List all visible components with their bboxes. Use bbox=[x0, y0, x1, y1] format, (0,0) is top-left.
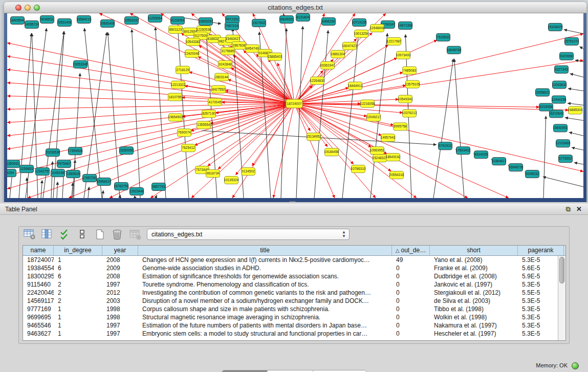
graph-node-teal[interactable]: 17893402 bbox=[456, 147, 471, 155]
graph-node-yellow[interactable]: 19013254 bbox=[354, 30, 369, 37]
graph-node-yellow[interactable]: 12264830 bbox=[310, 77, 325, 84]
graph-node-yellow[interactable]: 1810755 bbox=[168, 93, 182, 101]
graph-node-teal[interactable]: 16782759 bbox=[114, 183, 129, 190]
graph-node-yellow[interactable]: 10969951 bbox=[370, 147, 385, 155]
graph-node-teal[interactable]: 10364817 bbox=[492, 158, 507, 165]
graph-node-teal[interactable]: 10653287 bbox=[199, 17, 213, 25]
graph-node-teal[interactable]: 7515532 bbox=[437, 33, 450, 41]
graph-node-teal[interactable]: 8131804 bbox=[296, 13, 310, 21]
column-header-pagerank[interactable]: pagerank bbox=[518, 246, 564, 255]
show-columns-icon[interactable] bbox=[40, 229, 54, 241]
graph-node-yellow[interactable]: 11548408 bbox=[370, 24, 385, 32]
graph-node-teal[interactable]: 1350061 bbox=[7, 160, 20, 168]
graph-node-teal[interactable]: 11253064 bbox=[148, 14, 163, 22]
graph-node-yellow[interactable]: 4170045 bbox=[208, 98, 222, 106]
graph-node-teal[interactable]: 15751074 bbox=[564, 37, 579, 45]
graph-node-teal[interactable]: 20206536 bbox=[46, 149, 60, 157]
row-height-icon[interactable] bbox=[76, 229, 89, 241]
graph-node-teal[interactable]: 12342757 bbox=[35, 168, 50, 176]
graph-node-teal[interactable]: 12444158 bbox=[552, 96, 567, 103]
graph-node-teal[interactable]: 20531406 bbox=[57, 18, 72, 26]
graph-node-yellow[interactable]: 3175685 bbox=[221, 47, 235, 55]
column-header-short[interactable]: short bbox=[430, 246, 518, 255]
graph-node-yellow[interactable]: 18724007 bbox=[286, 99, 302, 108]
memory-status-indicator[interactable] bbox=[572, 362, 579, 369]
graph-node-teal[interactable]: 6791912 bbox=[439, 142, 452, 150]
graph-node-yellow[interactable]: 10973493 bbox=[396, 51, 411, 59]
graph-node-yellow[interactable]: 10543382 bbox=[186, 38, 201, 46]
create-table-icon[interactable] bbox=[94, 229, 107, 241]
graph-node-teal[interactable]: 20053346 bbox=[73, 60, 88, 68]
graph-node-teal[interactable]: 16648784 bbox=[447, 46, 462, 54]
graph-node-teal[interactable]: 12093832 bbox=[552, 81, 567, 89]
graph-node-teal[interactable]: 9245032 bbox=[526, 170, 539, 178]
graph-node-teal[interactable]: 1350515 bbox=[67, 170, 80, 178]
graph-node-yellow[interactable]: 20554316 bbox=[389, 171, 404, 179]
graph-node-yellow[interactable]: 9134502 bbox=[242, 168, 255, 176]
table-row[interactable]: 911546021997Tourette syndrome. Phenomeno… bbox=[23, 280, 558, 289]
table-row[interactable]: 946554611997Estimation of the future num… bbox=[23, 321, 558, 330]
graph-node-yellow[interactable]: 22420046 bbox=[185, 50, 200, 57]
graph-node-teal[interactable]: 14055724 bbox=[25, 20, 39, 28]
network-canvas[interactable]: 1840554414055724904653120531406165842102… bbox=[7, 13, 583, 198]
graph-node-yellow[interactable]: 10376213 bbox=[402, 110, 417, 117]
graph-node-yellow[interactable]: 19184456 bbox=[324, 148, 339, 156]
column-header-out_de[interactable]: △out_de… bbox=[392, 246, 430, 255]
close-panel-icon[interactable]: ✕ bbox=[576, 205, 582, 213]
graph-node-yellow[interactable]: 2803144 bbox=[215, 73, 229, 81]
graph-node-teal[interactable]: 17359928 bbox=[68, 147, 83, 155]
table-row[interactable]: 2242004622012Investigating the contribut… bbox=[23, 289, 558, 297]
table-selector-dropdown[interactable]: citations_edges.txt ▲▼ bbox=[147, 229, 350, 240]
graph-node-teal[interactable]: 8914205 bbox=[474, 151, 488, 159]
graph-node-yellow[interactable]: 7485083 bbox=[403, 67, 417, 74]
window-titlebar[interactable]: citations_edges.txt bbox=[4, 2, 586, 13]
graph-node-teal[interactable]: 8133054 bbox=[171, 16, 185, 24]
graph-node-yellow[interactable]: 7625412 bbox=[182, 144, 195, 152]
graph-node-teal[interactable]: 8215958 bbox=[539, 103, 553, 111]
column-header-in_degree[interactable]: in_degree bbox=[54, 246, 102, 255]
graph-node-teal[interactable]: 16958107 bbox=[97, 178, 112, 186]
graph-node-yellow[interactable]: 15248321 bbox=[373, 155, 387, 162]
graph-node-teal[interactable]: 15958623 bbox=[535, 89, 550, 96]
graph-node-yellow[interactable]: 15885403 bbox=[268, 53, 282, 60]
network-graph[interactable]: 1840554414055724904653120531406165842102… bbox=[7, 13, 583, 198]
graph-node-yellow[interactable]: 2718129 bbox=[176, 66, 190, 74]
graph-node-yellow[interactable]: 14957943 bbox=[381, 134, 396, 142]
scrollbar-thumb[interactable] bbox=[559, 257, 564, 283]
graph-node-teal[interactable]: 39159 bbox=[7, 169, 16, 177]
graph-node-teal[interactable]: 17957253 bbox=[82, 174, 97, 182]
graph-node-yellow[interactable]: 18464913 bbox=[348, 82, 363, 90]
graph-node-yellow[interactable]: 18549192 bbox=[386, 154, 401, 161]
graph-node-yellow[interactable]: 15134952 bbox=[307, 133, 321, 141]
graph-node-yellow[interactable]: 12213322 bbox=[171, 81, 186, 89]
graph-node-yellow[interactable]: 22049217 bbox=[366, 114, 381, 121]
graph-node-teal[interactable]: 16649351 bbox=[279, 15, 294, 23]
column-header-year[interactable]: year bbox=[102, 246, 138, 255]
graph-node-yellow[interactable]: 10135324 bbox=[224, 177, 239, 184]
column-header-title[interactable]: title bbox=[138, 246, 392, 255]
table-row[interactable]: 1938455462009Genome-wide association stu… bbox=[23, 264, 558, 272]
graph-node-teal[interactable]: 18405544 bbox=[10, 16, 25, 24]
graph-node-yellow[interactable]: 7690074 bbox=[178, 129, 191, 137]
vertical-scrollbar[interactable] bbox=[558, 256, 565, 340]
graph-node-teal[interactable]: 6778302 bbox=[559, 155, 573, 163]
graph-node-yellow[interactable]: 8601123 bbox=[169, 26, 183, 33]
graph-node-teal[interactable]: 20691406 bbox=[100, 19, 115, 27]
graph-node-yellow[interactable]: 8454749 bbox=[246, 45, 259, 52]
graph-node-yellow[interactable]: 13575105 bbox=[405, 80, 420, 88]
graph-node-yellow[interactable]: 16047427 bbox=[342, 42, 357, 50]
graph-node-teal[interactable]: 23260050 bbox=[119, 147, 134, 155]
table-row[interactable]: 1456911722003Disruption of a novel membe… bbox=[23, 297, 558, 305]
graph-node-teal[interactable]: 10719155 bbox=[352, 18, 367, 26]
graph-node-teal[interactable]: 15108429 bbox=[548, 23, 563, 31]
graph-node-teal[interactable]: 9857793 bbox=[152, 183, 166, 191]
graph-node-teal[interactable]: 16948726 bbox=[509, 164, 524, 171]
table-row[interactable]: 977716911998Corpus callosum shape and si… bbox=[23, 305, 558, 313]
graph-node-teal[interactable]: 15692951 bbox=[553, 124, 568, 132]
table-settings-icon[interactable] bbox=[23, 229, 36, 241]
graph-node-yellow[interactable]: 12217987 bbox=[387, 37, 402, 45]
graph-node-teal[interactable]: 12103469 bbox=[556, 140, 571, 147]
graph-node-teal[interactable]: 12923448 bbox=[129, 188, 144, 195]
select-columns-icon[interactable] bbox=[58, 229, 72, 241]
table-row[interactable]: 1872400712008Changes of HCN gene express… bbox=[23, 256, 558, 264]
